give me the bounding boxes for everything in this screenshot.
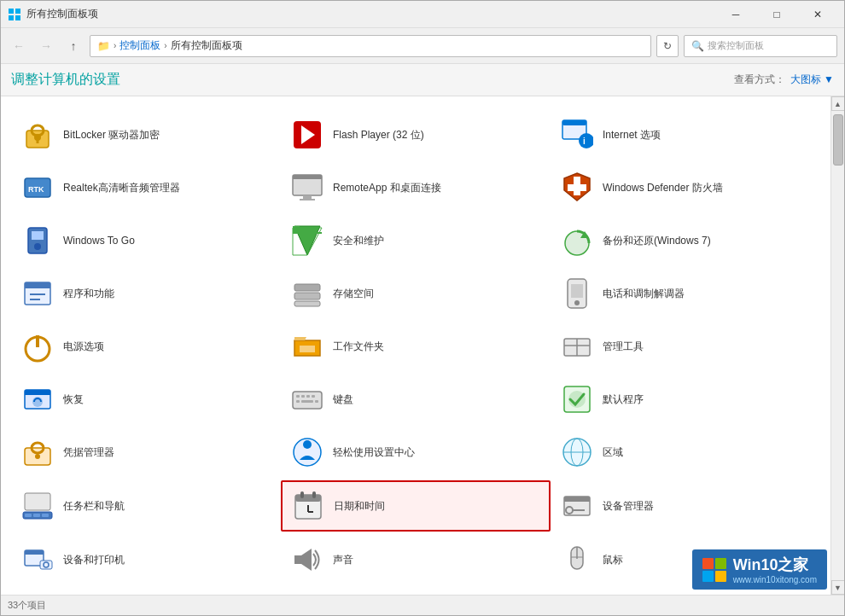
- backup-label: 备份和还原(Windows 7): [603, 234, 711, 248]
- svg-rect-3: [15, 15, 20, 20]
- power-label: 电源选项: [63, 340, 104, 354]
- remoteapp-icon: [290, 171, 324, 205]
- control-item-datetime[interactable]: 日期和时间: [281, 480, 551, 532]
- control-item-realtek[interactable]: RTKRealtek高清晰音频管理器: [11, 163, 281, 212]
- svg-text:i: i: [583, 137, 586, 146]
- control-item-credential[interactable]: 凭据管理器: [11, 427, 281, 477]
- control-item-defender[interactable]: Windows Defender 防火墙: [551, 163, 820, 212]
- control-item-sound[interactable]: 声音: [281, 535, 551, 584]
- svg-rect-18: [303, 195, 312, 199]
- control-item-storage[interactable]: 存储空间: [281, 269, 551, 318]
- scroll-track[interactable]: [832, 111, 844, 580]
- minimize-button[interactable]: ─: [716, 1, 755, 28]
- keyboard-icon: [290, 382, 324, 416]
- mouse-label: 鼠标: [603, 553, 623, 567]
- workfolder-label: 工作文件夹: [333, 340, 384, 354]
- status-bar: 33个项目: [1, 595, 844, 615]
- breadcrumb-1[interactable]: 控制面板: [119, 38, 160, 53]
- back-button[interactable]: ←: [8, 35, 30, 57]
- svg-rect-38: [294, 301, 320, 306]
- recovery-icon: [20, 382, 55, 416]
- management-label: 管理工具: [603, 340, 644, 354]
- svg-rect-28: [293, 226, 300, 233]
- control-item-phone[interactable]: 电话和调制解调器: [551, 269, 820, 318]
- defaultprog-label: 默认程序: [603, 392, 644, 407]
- control-item-defaultprog[interactable]: 默认程序: [551, 375, 820, 424]
- search-field[interactable]: 🔍 搜索控制面板: [684, 35, 837, 57]
- control-item-synccenter[interactable]: 同步中心: [281, 588, 551, 595]
- breadcrumb: 📁 › 控制面板 › 所有控制面板项: [97, 38, 242, 53]
- storage-label: 存储空间: [333, 287, 374, 301]
- control-item-taskbar[interactable]: 任务栏和导航: [11, 480, 281, 532]
- up-button[interactable]: ↑: [62, 35, 84, 57]
- forward-button[interactable]: →: [35, 35, 57, 57]
- page-title: 调整计算机的设置: [11, 71, 120, 89]
- windowstogo-label: Windows To Go: [63, 234, 135, 248]
- phone-label: 电话和调制解调器: [603, 287, 685, 301]
- control-item-backup[interactable]: 备份和还原(Windows 7): [551, 216, 820, 265]
- recovery-label: 恢复: [63, 392, 84, 407]
- control-item-devmgr[interactable]: 设备管理器: [551, 480, 820, 532]
- control-item-security[interactable]: 安全和维护: [281, 216, 551, 265]
- taskbar-icon: [20, 489, 55, 523]
- close-button[interactable]: ✕: [798, 1, 837, 28]
- region-icon: [560, 435, 594, 469]
- control-item-workfolder[interactable]: 工作文件夹: [281, 322, 551, 371]
- svg-rect-7: [37, 139, 39, 143]
- control-item-programs[interactable]: 程序和功能: [11, 269, 281, 318]
- flashplayer-label: Flash Player (32 位): [333, 128, 424, 142]
- control-item-flashplayer[interactable]: Flash Player (32 位): [281, 110, 551, 160]
- view-selector[interactable]: 大图标 ▼: [790, 73, 834, 87]
- internet-icon: i: [560, 118, 594, 152]
- main-panel: BitLocker 驱动器加密Flash Player (32 位)iInter…: [1, 96, 830, 595]
- svg-rect-77: [312, 491, 316, 498]
- svg-rect-40: [571, 284, 583, 298]
- scroll-down-arrow[interactable]: ▼: [831, 580, 845, 595]
- watermark-site: www.win10xitong.com: [733, 575, 817, 584]
- taskbar-label: 任务栏和导航: [63, 499, 125, 514]
- control-item-devices[interactable]: 设备和打印机: [11, 535, 281, 584]
- control-item-internet[interactable]: iInternet 选项: [551, 110, 820, 160]
- svg-rect-11: [562, 120, 586, 125]
- sound-label: 声音: [333, 553, 353, 567]
- workfolder-icon: [290, 329, 324, 363]
- svg-point-41: [574, 300, 580, 305]
- svg-rect-49: [25, 390, 50, 395]
- control-item-management[interactable]: 管理工具: [551, 322, 820, 371]
- control-item-indexing[interactable]: 索引选项: [11, 588, 281, 595]
- control-item-bitlocker[interactable]: BitLocker 驱动器加密: [11, 110, 281, 160]
- control-item-ease[interactable]: 轻松使用设置中心: [281, 427, 551, 477]
- address-bar: ← → ↑ 📁 › 控制面板 › 所有控制面板项 ↻ 🔍 搜索控制面板: [1, 28, 844, 64]
- content-area: BitLocker 驱动器加密Flash Player (32 位)iInter…: [1, 96, 844, 595]
- sound-icon: [290, 543, 324, 577]
- svg-rect-72: [42, 514, 49, 517]
- power-icon: [20, 329, 55, 363]
- control-item-windowstogo[interactable]: Windows To Go: [11, 216, 281, 265]
- svg-rect-0: [9, 9, 14, 14]
- svg-rect-44: [300, 346, 315, 352]
- address-field[interactable]: 📁 › 控制面板 › 所有控制面板项: [90, 35, 651, 57]
- search-icon: 🔍: [691, 40, 704, 52]
- internet-label: Internet 选项: [603, 128, 661, 142]
- scroll-up-arrow[interactable]: ▲: [831, 96, 845, 111]
- breadcrumb-2[interactable]: 所有控制面板项: [171, 38, 242, 53]
- security-label: 安全和维护: [333, 234, 384, 248]
- keyboard-label: 键盘: [333, 392, 353, 407]
- svg-rect-17: [293, 175, 322, 179]
- restore-button[interactable]: □: [757, 1, 796, 28]
- programs-icon: [20, 276, 55, 311]
- logo-sq-2: [715, 558, 726, 569]
- control-item-power[interactable]: 电源选项: [11, 322, 281, 371]
- control-item-region[interactable]: 区域: [551, 427, 820, 477]
- control-item-recovery[interactable]: 恢复: [11, 375, 281, 424]
- refresh-button[interactable]: ↻: [656, 35, 679, 57]
- scroll-thumb[interactable]: [833, 114, 843, 166]
- window: 所有控制面板项 ─ □ ✕ ← → ↑ 📁 › 控制面板 › 所有控制面板项 ↻…: [0, 0, 845, 616]
- control-item-keyboard[interactable]: 键盘: [281, 375, 551, 424]
- toolbar: 调整计算机的设置 查看方式： 大图标 ▼: [1, 64, 844, 96]
- programs-label: 程序和功能: [63, 287, 114, 301]
- svg-rect-36: [294, 284, 320, 291]
- control-item-remoteapp[interactable]: RemoteApp 和桌面连接: [281, 163, 551, 212]
- svg-rect-33: [25, 282, 50, 288]
- breadcrumb-sep2: ›: [164, 41, 166, 50]
